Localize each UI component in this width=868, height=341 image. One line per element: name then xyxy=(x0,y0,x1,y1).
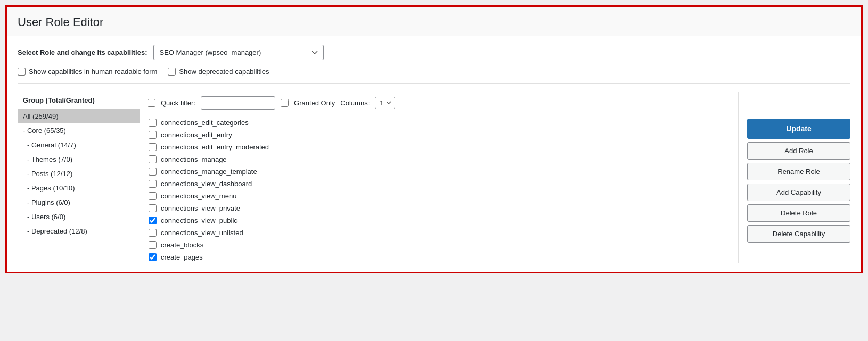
select-all-checkbox[interactable] xyxy=(148,99,155,107)
main-content: Select Role and change its capabilities:… xyxy=(7,36,861,272)
group-item[interactable]: - Core (65/35) xyxy=(18,123,140,138)
capability-name: connections_view_unlisted xyxy=(161,229,243,237)
capability-item: connections_manage_template xyxy=(148,165,731,178)
capability-item: connections_manage xyxy=(148,153,731,165)
capability-checkbox[interactable] xyxy=(149,229,157,237)
capability-name: connections_view_public xyxy=(161,217,238,224)
capability-checkbox[interactable] xyxy=(149,204,157,212)
quick-filter-label: Quick filter: xyxy=(161,99,195,107)
human-readable-checkbox[interactable] xyxy=(18,68,26,76)
capability-name: connections_edit_entry_moderated xyxy=(161,143,269,151)
capability-checkbox[interactable] xyxy=(149,192,157,200)
group-item[interactable]: - Plugins (6/0) xyxy=(18,195,140,210)
columns-label: Columns: xyxy=(340,99,370,107)
role-select-label: Select Role and change its capabilities: xyxy=(18,48,147,56)
capability-checkbox[interactable] xyxy=(149,168,157,176)
capability-checkbox[interactable] xyxy=(149,119,157,127)
capability-name: create_pages xyxy=(161,253,203,261)
capability-item: create_blocks xyxy=(148,239,731,251)
capability-checkbox[interactable] xyxy=(149,241,157,249)
options-row: Show capabilities in human readable form… xyxy=(18,68,850,84)
add-role-button[interactable]: Add Role xyxy=(747,142,850,160)
capability-name: connections_view_dashboard xyxy=(161,180,252,188)
capability-checkbox[interactable] xyxy=(149,143,157,151)
capability-name: connections_view_menu xyxy=(161,192,236,200)
capability-name: connections_manage_template xyxy=(161,168,257,176)
granted-only-label: Granted Only xyxy=(294,99,335,107)
group-item[interactable]: - General (14/7) xyxy=(18,138,140,152)
quick-filter-input[interactable] xyxy=(201,96,275,110)
action-panel: Update Add Role Rename Role Add Capabili… xyxy=(739,92,850,243)
deprecated-option[interactable]: Show deprecated capabilities xyxy=(168,68,269,76)
group-panel: Group (Total/Granted) All (259/49)- Core… xyxy=(18,92,140,238)
human-readable-label: Show capabilities in human readable form xyxy=(29,68,157,76)
capability-checkbox[interactable] xyxy=(149,131,157,139)
filter-row: Quick filter: Granted Only Columns: 1 2 … xyxy=(148,92,731,114)
capability-name: connections_edit_entry xyxy=(161,131,232,139)
group-item[interactable]: - Deprecated (12/8) xyxy=(18,224,140,238)
group-item[interactable]: - Pages (10/10) xyxy=(18,181,140,195)
three-col-layout: Group (Total/Granted) All (259/49)- Core… xyxy=(18,92,850,263)
capability-name: connections_view_private xyxy=(161,204,240,212)
capability-name: create_blocks xyxy=(161,241,203,249)
capabilities-list: connections_edit_categoriesconnections_e… xyxy=(148,117,731,263)
capability-item: connections_view_public xyxy=(148,214,731,227)
capability-checkbox[interactable] xyxy=(149,217,157,224)
delete-role-button[interactable]: Delete Role xyxy=(747,204,850,222)
group-list: All (259/49)- Core (65/35)- General (14/… xyxy=(18,109,140,238)
role-select-row: Select Role and change its capabilities:… xyxy=(18,45,850,60)
main-container: User Role Editor Select Role and change … xyxy=(5,5,863,273)
capability-checkbox[interactable] xyxy=(149,253,157,261)
capability-item: connections_edit_categories xyxy=(148,117,731,129)
page-title: User Role Editor xyxy=(7,7,861,36)
capability-checkbox[interactable] xyxy=(149,180,157,188)
capability-name: connections_manage xyxy=(161,155,227,163)
capability-item: connections_view_menu xyxy=(148,190,731,202)
capability-item: connections_view_private xyxy=(148,202,731,214)
capability-item: connections_view_dashboard xyxy=(148,178,731,190)
group-item[interactable]: - Users (6/0) xyxy=(18,210,140,224)
capability-item: connections_view_unlisted xyxy=(148,227,731,239)
columns-select[interactable]: 1 2 3 4 xyxy=(375,97,395,109)
role-select-dropdown[interactable]: SEO Manager (wpseo_manager) xyxy=(153,45,324,60)
capability-name: connections_edit_categories xyxy=(161,119,249,127)
add-capability-button[interactable]: Add Capability xyxy=(747,184,850,201)
granted-only-checkbox[interactable] xyxy=(281,99,289,107)
deprecated-checkbox[interactable] xyxy=(168,68,176,76)
rename-role-button[interactable]: Rename Role xyxy=(747,163,850,180)
group-item[interactable]: All (259/49) xyxy=(18,109,140,123)
group-header: Group (Total/Granted) xyxy=(18,92,140,109)
group-item[interactable]: - Posts (12/12) xyxy=(18,167,140,181)
delete-capability-button[interactable]: Delete Capability xyxy=(747,225,850,243)
human-readable-option[interactable]: Show capabilities in human readable form xyxy=(18,68,157,76)
group-item[interactable]: - Themes (7/0) xyxy=(18,152,140,167)
deprecated-label: Show deprecated capabilities xyxy=(179,68,269,76)
capability-checkbox[interactable] xyxy=(149,155,157,163)
capability-item: connections_edit_entry_moderated xyxy=(148,141,731,153)
capability-item: connections_edit_entry xyxy=(148,129,731,141)
capabilities-panel: Quick filter: Granted Only Columns: 1 2 … xyxy=(140,92,739,263)
capability-item: create_pages xyxy=(148,251,731,263)
update-button[interactable]: Update xyxy=(747,119,850,139)
